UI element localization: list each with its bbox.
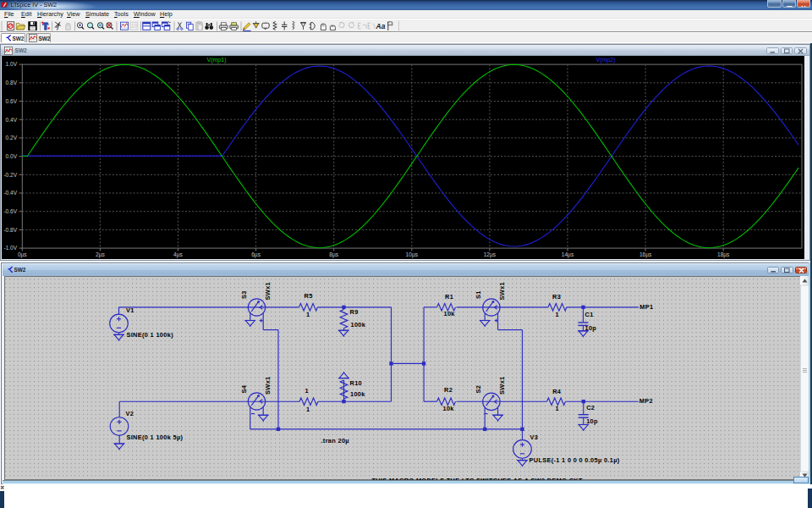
svg-text:SINE(0 1 100k 5µ): SINE(0 1 100k 5µ)	[127, 433, 184, 441]
svg-text:0.8V: 0.8V	[6, 80, 18, 86]
svg-text:S3: S3	[240, 290, 248, 299]
svg-text:-0.4V: -0.4V	[3, 190, 17, 196]
svg-text:R1: R1	[445, 293, 453, 301]
svg-text:10µs: 10µs	[406, 251, 419, 258]
svg-text:2µs: 2µs	[96, 251, 105, 258]
svg-text:.tran 20µ: .tran 20µ	[321, 437, 349, 444]
svg-text:0.4V: 0.4V	[6, 117, 18, 123]
svg-text:C1: C1	[585, 311, 594, 318]
svg-text:SWx1: SWx1	[264, 376, 272, 394]
svg-text:1: 1	[305, 387, 309, 395]
svg-text:SWx1: SWx1	[498, 282, 506, 300]
svg-text:16µs: 16µs	[639, 251, 652, 258]
svg-text:0.6V: 0.6V	[6, 98, 18, 104]
svg-text:14µs: 14µs	[562, 251, 574, 258]
svg-text:0.0V: 0.0V	[6, 153, 18, 159]
svg-text:18µs: 18µs	[717, 251, 730, 258]
svg-text:10: 10	[131, 23, 138, 29]
svg-text:SWx1: SWx1	[264, 282, 272, 300]
svg-text:S2: S2	[475, 385, 482, 394]
svg-text:R5: R5	[304, 292, 313, 300]
svg-text:MP2: MP2	[639, 397, 653, 405]
svg-text:Aa: Aa	[376, 22, 386, 30]
svg-text:-0.8V: -0.8V	[3, 227, 17, 233]
svg-text:C2: C2	[586, 404, 595, 411]
svg-text:100k: 100k	[351, 321, 366, 329]
svg-text:10p: 10p	[586, 417, 598, 425]
svg-text:8µs: 8µs	[329, 251, 338, 258]
svg-text:R10: R10	[350, 379, 363, 387]
svg-text:10k: 10k	[444, 310, 456, 318]
svg-text:S4: S4	[240, 384, 248, 393]
svg-text:-1.0V: -1.0V	[3, 245, 17, 251]
svg-text:S1: S1	[475, 290, 482, 299]
svg-text:-0.2V: -0.2V	[3, 172, 17, 178]
svg-text:1: 1	[556, 405, 559, 412]
svg-text:10k: 10k	[443, 405, 455, 412]
svg-text:R2: R2	[444, 386, 453, 394]
svg-text:0µs: 0µs	[18, 251, 27, 258]
svg-text:6µs: 6µs	[251, 251, 261, 258]
svg-text:V(mp1): V(mp1)	[207, 57, 227, 64]
svg-text:1: 1	[306, 406, 310, 413]
svg-text:V3: V3	[530, 433, 539, 441]
svg-text:R4: R4	[552, 388, 562, 395]
svg-text:0.2V: 0.2V	[6, 135, 18, 141]
svg-text:4µs: 4µs	[173, 251, 183, 258]
svg-text:-0.6V: -0.6V	[3, 208, 17, 214]
svg-text:100k: 100k	[350, 390, 365, 398]
svg-text:1.0V: 1.0V	[6, 61, 18, 67]
svg-text:R9: R9	[350, 308, 359, 316]
svg-text:SINE(0 1 100k): SINE(0 1 100k)	[127, 331, 174, 339]
svg-text:PULSE(-1 1 0 0 0 0.05µ 0.1µ): PULSE(-1 1 0 0 0 0.05µ 0.1µ)	[529, 456, 620, 464]
svg-text:1: 1	[306, 311, 310, 318]
svg-text:12µs: 12µs	[484, 251, 497, 258]
svg-text:10p: 10p	[585, 324, 597, 332]
svg-text:MP1: MP1	[639, 303, 653, 311]
svg-text:R3: R3	[552, 293, 561, 301]
svg-text:V1: V1	[126, 306, 134, 314]
svg-text:V2: V2	[126, 410, 134, 417]
svg-text:SWx1: SWx1	[498, 376, 506, 394]
svg-text:1: 1	[556, 311, 559, 318]
svg-text:V(mp2): V(mp2)	[596, 57, 616, 64]
